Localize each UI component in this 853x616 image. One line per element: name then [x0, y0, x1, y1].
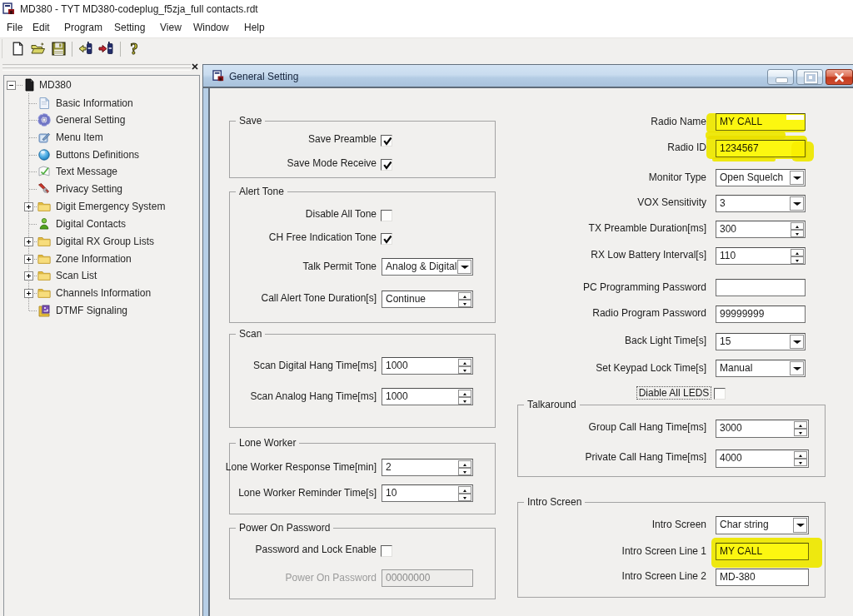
svg-text:?: ?: [130, 40, 138, 57]
